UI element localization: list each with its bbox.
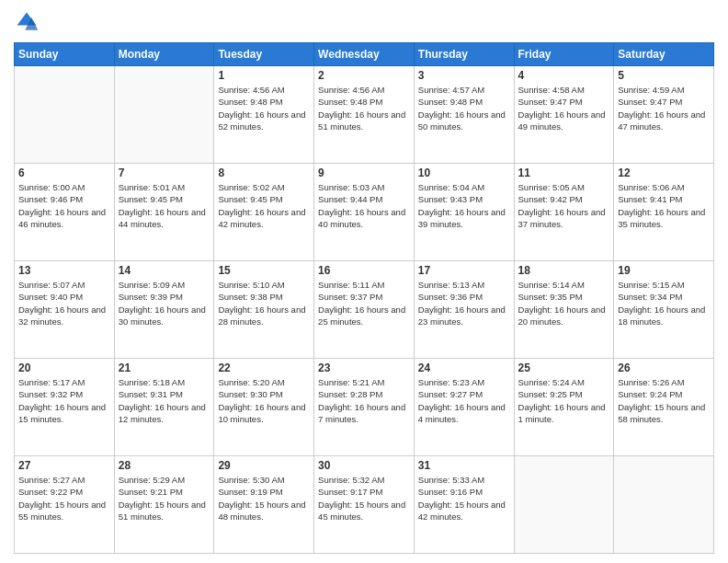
day-number: 12 [618,167,710,179]
calendar-cell: 8Sunrise: 5:02 AM Sunset: 9:45 PM Daylig… [214,164,314,261]
calendar-cell: 19Sunrise: 5:15 AM Sunset: 9:34 PM Dayli… [614,261,714,359]
calendar-cell: 9Sunrise: 5:03 AM Sunset: 9:44 PM Daylig… [314,164,415,261]
week-row-4: 27Sunrise: 5:27 AM Sunset: 9:22 PM Dayli… [15,456,714,554]
calendar-cell: 21Sunrise: 5:18 AM Sunset: 9:31 PM Dayli… [114,359,214,456]
day-number: 4 [518,69,610,82]
day-number: 21 [119,362,210,374]
calendar-table: SundayMondayTuesdayWednesdayThursdayFrid… [14,42,714,554]
day-info: Sunrise: 5:18 AM Sunset: 9:31 PM Dayligh… [119,376,210,425]
day-number: 17 [418,264,510,277]
calendar-cell: 6Sunrise: 5:00 AM Sunset: 9:46 PM Daylig… [15,164,115,261]
day-number: 26 [618,362,710,374]
day-info: Sunrise: 5:10 AM Sunset: 9:38 PM Dayligh… [218,279,310,327]
day-number: 18 [518,264,610,277]
weekday-header-wednesday: Wednesday [314,43,415,66]
week-row-0: 1Sunrise: 4:56 AM Sunset: 9:48 PM Daylig… [15,66,714,164]
day-number: 10 [418,167,510,179]
calendar-cell: 3Sunrise: 4:57 AM Sunset: 9:48 PM Daylig… [414,66,514,164]
calendar-cell: 5Sunrise: 4:59 AM Sunset: 9:47 PM Daylig… [614,66,714,164]
calendar-cell: 17Sunrise: 5:13 AM Sunset: 9:36 PM Dayli… [414,261,514,359]
calendar-cell: 23Sunrise: 5:21 AM Sunset: 9:28 PM Dayli… [314,359,415,456]
day-number: 5 [618,69,710,82]
day-number: 24 [418,362,510,374]
day-info: Sunrise: 4:56 AM Sunset: 9:48 PM Dayligh… [318,84,410,132]
day-info: Sunrise: 5:30 AM Sunset: 9:19 PM Dayligh… [218,474,310,523]
calendar-cell: 10Sunrise: 5:04 AM Sunset: 9:43 PM Dayli… [414,164,514,261]
calendar-cell: 30Sunrise: 5:32 AM Sunset: 9:17 PM Dayli… [314,456,415,554]
calendar-cell: 28Sunrise: 5:29 AM Sunset: 9:21 PM Dayli… [114,456,214,554]
calendar-cell: 7Sunrise: 5:01 AM Sunset: 9:45 PM Daylig… [114,164,214,261]
day-info: Sunrise: 5:32 AM Sunset: 9:17 PM Dayligh… [318,474,410,523]
day-number: 25 [518,362,610,374]
day-info: Sunrise: 4:58 AM Sunset: 9:47 PM Dayligh… [518,84,610,132]
day-number: 11 [518,167,610,179]
logo-icon [14,9,40,35]
day-number: 27 [18,459,110,472]
day-number: 29 [218,459,310,472]
day-number: 16 [318,264,410,277]
calendar-cell [514,456,614,554]
calendar-cell: 29Sunrise: 5:30 AM Sunset: 9:19 PM Dayli… [214,456,314,554]
calendar-cell [114,66,214,164]
calendar-cell: 24Sunrise: 5:23 AM Sunset: 9:27 PM Dayli… [414,359,514,456]
weekday-header-friday: Friday [514,43,614,66]
weekday-header-sunday: Sunday [15,43,115,66]
day-info: Sunrise: 5:20 AM Sunset: 9:30 PM Dayligh… [218,376,310,425]
calendar-cell [15,66,115,164]
week-row-2: 13Sunrise: 5:07 AM Sunset: 9:40 PM Dayli… [15,261,714,359]
day-info: Sunrise: 5:23 AM Sunset: 9:27 PM Dayligh… [418,376,510,425]
day-info: Sunrise: 5:13 AM Sunset: 9:36 PM Dayligh… [418,279,510,327]
calendar-cell: 13Sunrise: 5:07 AM Sunset: 9:40 PM Dayli… [15,261,115,359]
calendar-cell: 12Sunrise: 5:06 AM Sunset: 9:41 PM Dayli… [614,164,714,261]
day-info: Sunrise: 5:27 AM Sunset: 9:22 PM Dayligh… [18,474,110,523]
logo [14,9,43,35]
day-info: Sunrise: 4:56 AM Sunset: 9:48 PM Dayligh… [218,84,310,132]
page: SundayMondayTuesdayWednesdayThursdayFrid… [0,0,728,563]
day-number: 22 [218,362,310,374]
day-info: Sunrise: 5:04 AM Sunset: 9:43 PM Dayligh… [418,181,510,230]
day-number: 9 [318,167,410,179]
day-number: 6 [18,167,110,179]
day-number: 2 [318,69,410,82]
day-info: Sunrise: 5:03 AM Sunset: 9:44 PM Dayligh… [318,181,410,230]
day-number: 31 [418,459,510,472]
day-number: 20 [18,362,110,374]
calendar-cell: 11Sunrise: 5:05 AM Sunset: 9:42 PM Dayli… [514,164,614,261]
day-info: Sunrise: 5:05 AM Sunset: 9:42 PM Dayligh… [518,181,610,230]
weekday-header-monday: Monday [114,43,214,66]
day-info: Sunrise: 5:29 AM Sunset: 9:21 PM Dayligh… [119,474,210,523]
day-number: 19 [618,264,710,277]
day-info: Sunrise: 5:14 AM Sunset: 9:35 PM Dayligh… [518,279,610,327]
calendar-cell: 26Sunrise: 5:26 AM Sunset: 9:24 PM Dayli… [614,359,714,456]
day-number: 30 [318,459,410,472]
day-info: Sunrise: 5:11 AM Sunset: 9:37 PM Dayligh… [318,279,410,327]
calendar-cell: 31Sunrise: 5:33 AM Sunset: 9:16 PM Dayli… [414,456,514,554]
day-info: Sunrise: 5:02 AM Sunset: 9:45 PM Dayligh… [218,181,310,230]
day-number: 1 [218,69,310,82]
calendar-cell: 22Sunrise: 5:20 AM Sunset: 9:30 PM Dayli… [214,359,314,456]
day-number: 7 [119,167,210,179]
day-number: 28 [119,459,210,472]
day-info: Sunrise: 5:00 AM Sunset: 9:46 PM Dayligh… [18,181,110,230]
day-info: Sunrise: 5:15 AM Sunset: 9:34 PM Dayligh… [618,279,710,327]
day-info: Sunrise: 4:57 AM Sunset: 9:48 PM Dayligh… [418,84,510,132]
day-info: Sunrise: 5:33 AM Sunset: 9:16 PM Dayligh… [418,474,510,523]
weekday-header-row: SundayMondayTuesdayWednesdayThursdayFrid… [15,43,714,66]
day-info: Sunrise: 5:07 AM Sunset: 9:40 PM Dayligh… [18,279,110,327]
day-info: Sunrise: 5:17 AM Sunset: 9:32 PM Dayligh… [18,376,110,425]
day-number: 23 [318,362,410,374]
calendar-cell: 14Sunrise: 5:09 AM Sunset: 9:39 PM Dayli… [114,261,214,359]
day-info: Sunrise: 5:06 AM Sunset: 9:41 PM Dayligh… [618,181,710,230]
day-number: 15 [218,264,310,277]
weekday-header-thursday: Thursday [414,43,514,66]
weekday-header-tuesday: Tuesday [214,43,314,66]
day-info: Sunrise: 5:01 AM Sunset: 9:45 PM Dayligh… [119,181,210,230]
week-row-3: 20Sunrise: 5:17 AM Sunset: 9:32 PM Dayli… [15,359,714,456]
calendar-cell: 4Sunrise: 4:58 AM Sunset: 9:47 PM Daylig… [514,66,614,164]
day-info: Sunrise: 5:24 AM Sunset: 9:25 PM Dayligh… [518,376,610,425]
calendar-cell [614,456,714,554]
weekday-header-saturday: Saturday [614,43,714,66]
calendar-cell: 18Sunrise: 5:14 AM Sunset: 9:35 PM Dayli… [514,261,614,359]
day-info: Sunrise: 5:21 AM Sunset: 9:28 PM Dayligh… [318,376,410,425]
calendar-cell: 2Sunrise: 4:56 AM Sunset: 9:48 PM Daylig… [314,66,415,164]
